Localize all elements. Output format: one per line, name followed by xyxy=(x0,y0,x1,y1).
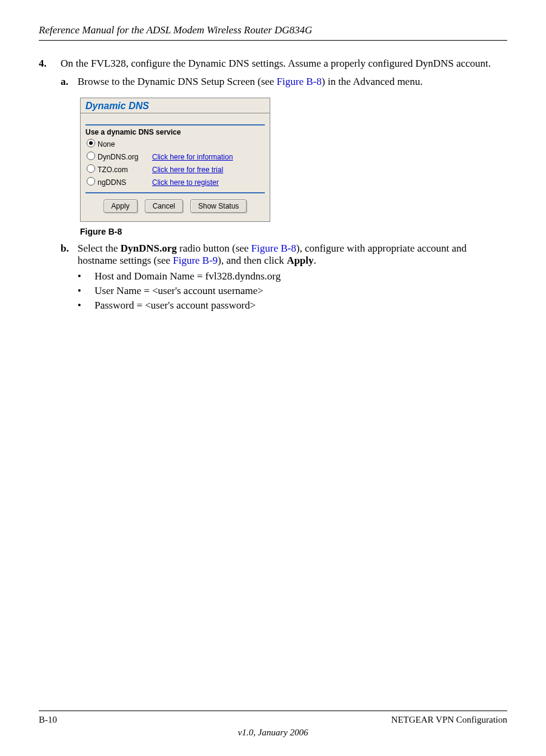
step-4a-letter: a. xyxy=(61,76,78,88)
footer-section: NETGEAR VPN Configuration xyxy=(391,715,507,725)
step-4-number: 4. xyxy=(39,58,61,70)
button-bar: Apply Cancel Show Status xyxy=(85,192,265,216)
sb-t5: . xyxy=(314,255,316,266)
ddns-option-none[interactable]: None xyxy=(81,138,270,150)
ddns-link-tzo[interactable]: Click here for free trial xyxy=(152,166,223,174)
figure-caption: Figure B-8 xyxy=(80,227,507,236)
step-4b-letter: b. xyxy=(61,243,78,267)
bullet-text-2: User Name = <user's account username> xyxy=(95,285,264,297)
sb-bold2: Apply xyxy=(287,255,313,266)
apply-button[interactable]: Apply xyxy=(104,199,138,213)
page-number: B-10 xyxy=(39,715,57,725)
list-item: • Password = <user's account password> xyxy=(78,299,507,312)
bullet-dot: • xyxy=(78,299,95,312)
step-4a-pre: Browse to the Dynamic DNS Setup Screen (… xyxy=(78,76,277,87)
cancel-button[interactable]: Cancel xyxy=(145,199,183,213)
footer: B-10 NETGEAR VPN Configuration v1.0, Jan… xyxy=(39,711,507,738)
footer-date: v1.0, January 2006 xyxy=(39,728,507,738)
doc-title: Reference Manual for the ADSL Modem Wire… xyxy=(39,24,507,36)
sb-t4: ), and then click xyxy=(218,255,287,266)
step-4-text: On the FVL328, configure the Dynamic DNS… xyxy=(61,58,491,70)
sb-bold1: DynDNS.org xyxy=(121,243,177,254)
radio-tzo[interactable] xyxy=(87,164,95,173)
step-4a-post: ) in the Advanced menu. xyxy=(322,76,423,87)
ddns-label-dyndns: DynDNS.org xyxy=(98,153,152,161)
bullet-dot: • xyxy=(78,270,95,283)
dynamic-dns-panel: Dynamic DNS Use a dynamic DNS service No… xyxy=(80,98,270,222)
show-status-button[interactable]: Show Status xyxy=(190,199,247,213)
figure-b8-link-2[interactable]: Figure B-8 xyxy=(251,243,296,254)
panel-subtitle: Use a dynamic DNS service xyxy=(85,124,265,136)
ddns-option-ngddns[interactable]: ngDDNS Click here to register xyxy=(81,176,270,189)
ddns-label-none: None xyxy=(98,140,152,149)
list-item: • Host and Domain Name = fvl328.dyndns.o… xyxy=(78,270,507,283)
ddns-link-ngddns[interactable]: Click here to register xyxy=(152,178,219,187)
header-rule xyxy=(39,40,507,41)
ddns-option-tzo[interactable]: TZO.com Click here for free trial xyxy=(81,163,270,176)
bullet-text-3: Password = <user's account password> xyxy=(95,299,256,312)
bullet-list: • Host and Domain Name = fvl328.dyndns.o… xyxy=(78,270,507,312)
sb-t2: radio button (see xyxy=(177,243,251,254)
step-4b-text: Select the DynDNS.org radio button (see … xyxy=(78,243,507,267)
step-4b: b. Select the DynDNS.org radio button (s… xyxy=(61,243,507,267)
radio-none[interactable] xyxy=(87,139,95,147)
radio-dyndns[interactable] xyxy=(87,152,95,160)
bullet-dot: • xyxy=(78,285,95,297)
ddns-link-dyndns[interactable]: Click here for information xyxy=(152,153,233,161)
step-4: 4. On the FVL328, configure the Dynamic … xyxy=(39,58,507,70)
panel-title: Dynamic DNS xyxy=(81,98,270,113)
step-4a-text: Browse to the Dynamic DNS Setup Screen (… xyxy=(78,76,422,88)
figure-b9-link[interactable]: Figure B-9 xyxy=(173,255,218,266)
ddns-label-ngddns: ngDDNS xyxy=(98,178,152,187)
list-item: • User Name = <user's account username> xyxy=(78,285,507,297)
bullet-text-1: Host and Domain Name = fvl328.dyndns.org xyxy=(95,270,281,283)
ddns-option-dyndns[interactable]: DynDNS.org Click here for information xyxy=(81,150,270,163)
radio-ngddns[interactable] xyxy=(87,177,95,186)
figure-b8-link[interactable]: Figure B-8 xyxy=(277,76,322,87)
ddns-label-tzo: TZO.com xyxy=(98,166,152,174)
footer-rule xyxy=(39,711,507,711)
sb-t1: Select the xyxy=(78,243,121,254)
step-4a: a. Browse to the Dynamic DNS Setup Scree… xyxy=(61,76,507,88)
